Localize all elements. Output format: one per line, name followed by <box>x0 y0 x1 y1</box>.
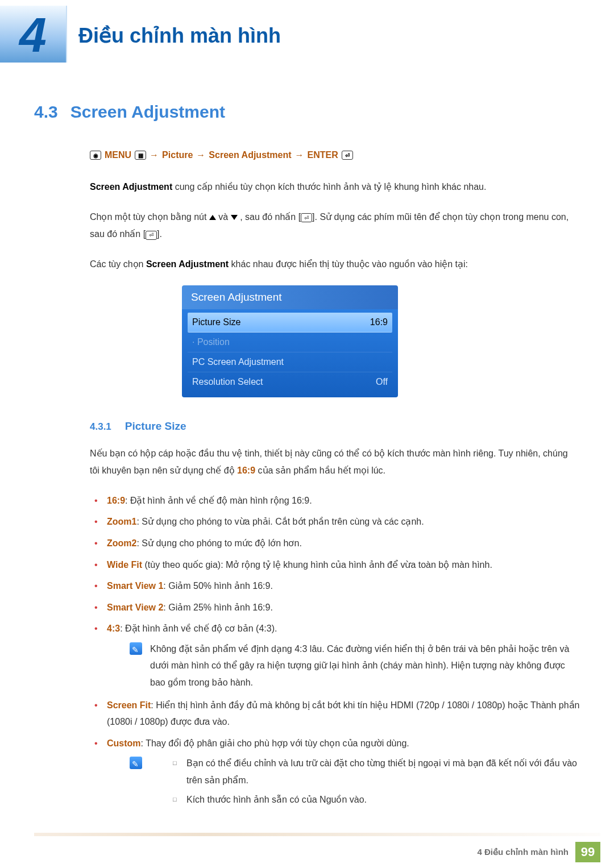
menu-grid-icon: ▦ <box>135 151 146 160</box>
options-list: 16:9: Đặt hình ảnh về chế độ màn hình rộ… <box>90 492 580 811</box>
intro-para-1: Screen Adjustment cung cấp nhiều tùy chọ… <box>90 178 580 196</box>
osd-row-pc-screen-adjustment[interactable]: PC Screen Adjustment <box>188 352 392 372</box>
opt-text: : Thay đổi độ phân giải cho phù hợp với … <box>141 738 409 748</box>
opt-text: : Đặt hình ảnh về chế độ cơ bản (4:3). <box>120 624 277 633</box>
opt-key: 4:3 <box>107 624 120 633</box>
intro-para-2: Chọn một tùy chọn bằng nút và , sau đó n… <box>90 209 580 243</box>
opt-text: : Giảm 25% hình ảnh 16:9. <box>163 603 273 612</box>
osd-panel: Screen Adjustment Picture Size 16:9 · Po… <box>182 285 398 397</box>
ps-intro-b: 16:9 <box>237 466 255 475</box>
subsection-heading: 4.3.1 Picture Size <box>90 420 580 433</box>
footer-divider <box>34 833 600 836</box>
opt-text: : Sử dụng cho phóng to mức độ lớn hơn. <box>136 538 301 548</box>
note-icon <box>130 642 142 655</box>
opt-key: Wide Fit <box>107 560 142 570</box>
opt-text: : Sử dụng cho phóng to vừa phải. Cắt bớt… <box>136 517 424 526</box>
intro-para-3b: Screen Adjustment <box>146 259 229 269</box>
list-item: Zoom2: Sử dụng cho phóng to mức độ lớn h… <box>90 535 580 552</box>
osd-row-resolution-select[interactable]: Resolution Select Off <box>188 372 392 392</box>
subsection-title: Picture Size <box>125 420 186 433</box>
intro-para-2b: và <box>218 212 230 222</box>
nav-menu: MENU <box>105 147 131 164</box>
intro-para-3: Các tùy chọn Screen Adjustment khác nhau… <box>90 256 580 273</box>
opt-text: : Đặt hình ảnh về chế độ màn hình rộng 1… <box>125 496 312 505</box>
footer-chapter-label: 4 Điều chỉnh màn hình <box>477 847 569 857</box>
note-custom: Bạn có thể điều chỉnh và lưu trữ cài đặt… <box>130 755 580 810</box>
arrow-down-icon <box>231 215 238 220</box>
intro-para-2a: Chọn một tùy chọn bằng nút <box>90 212 209 222</box>
osd-value: 16:9 <box>370 317 388 327</box>
opt-key: Screen Fit <box>107 700 151 710</box>
list-item: Smart View 2: Giảm 25% hình ảnh 16:9. <box>90 599 580 616</box>
osd-body: Picture Size 16:9 · Position PC Screen A… <box>182 309 398 397</box>
note-43-text: Không đặt sản phẩm về định dạng 4:3 lâu.… <box>150 641 580 691</box>
list-item: Custom: Thay đổi độ phân giải cho phù hợ… <box>90 735 580 810</box>
nav-enter: ENTER <box>308 147 338 164</box>
osd-label: PC Screen Adjustment <box>192 357 284 367</box>
intro-para-2c: , sau đó nhấn [ <box>240 212 301 222</box>
picture-size-intro: Nếu bạn có hộp cáp hoặc đầu thu vệ tinh,… <box>90 445 580 480</box>
osd-row-picture-size[interactable]: Picture Size 16:9 <box>188 313 392 333</box>
opt-key: Smart View 2 <box>107 603 163 612</box>
list-item: Wide Fit (tùy theo quốc gia): Mở rộng tỷ… <box>90 556 580 574</box>
note-icon <box>130 757 142 769</box>
section-title: Screen Adjustment <box>70 102 225 122</box>
nav-picture: Picture <box>162 147 193 164</box>
opt-key: Smart View 1 <box>107 581 163 591</box>
osd-row-position[interactable]: · Position <box>188 333 392 352</box>
remote-icon: ◉ <box>90 151 101 160</box>
intro-para-1-strong: Screen Adjustment <box>90 182 172 192</box>
opt-key: 16:9 <box>107 496 125 505</box>
enter-icon: ⏎ <box>301 213 312 222</box>
enter-icon: ⏎ <box>146 231 157 240</box>
section-number: 4.3 <box>34 102 58 122</box>
nav-arrow: → <box>295 147 304 164</box>
intro-para-3a: Các tùy chọn <box>90 259 146 269</box>
osd-label: Resolution Select <box>192 377 263 387</box>
page-number: 99 <box>575 842 600 862</box>
note-43: Không đặt sản phẩm về định dạng 4:3 lâu.… <box>130 641 580 691</box>
chapter-number-block: 4 <box>0 6 67 63</box>
list-item: 16:9: Đặt hình ảnh về chế độ màn hình rộ… <box>90 492 580 509</box>
list-item: Bạn có thể điều chỉnh và lưu trữ cài đặt… <box>173 755 580 788</box>
opt-key: Zoom2 <box>107 538 136 548</box>
osd-label: · Position <box>192 337 230 347</box>
subsection-number: 4.3.1 <box>90 421 111 433</box>
arrow-up-icon <box>209 215 216 220</box>
osd-title: Screen Adjustment <box>182 285 398 309</box>
chapter-number: 4 <box>19 10 47 59</box>
list-item: Screen Fit: Hiển thị hình ảnh đầy đủ mà … <box>90 697 580 730</box>
nav-screen-adjustment: Screen Adjustment <box>209 147 291 164</box>
list-item: Zoom1: Sử dụng cho phóng to vừa phải. Cắ… <box>90 513 580 530</box>
nav-arrow: → <box>150 147 159 164</box>
opt-key: Custom <box>107 738 141 748</box>
list-item: Smart View 1: Giảm 50% hình ảnh 16:9. <box>90 578 580 595</box>
intro-para-3c: khác nhau được hiển thị tùy thuộc vào ng… <box>229 259 468 269</box>
osd-value: Off <box>376 377 388 387</box>
enter-icon: ⏎ <box>342 151 353 160</box>
opt-text: : Hiển thị hình ảnh đầy đủ mà không bị c… <box>107 700 579 727</box>
list-item: 4:3: Đặt hình ảnh về chế độ cơ bản (4:3)… <box>90 620 580 691</box>
opt-key: Zoom1 <box>107 517 136 526</box>
list-item: Kích thước hình ảnh sẵn có của Nguồn vào… <box>173 791 580 808</box>
section-heading: 4.3 Screen Adjustment <box>34 102 580 122</box>
page-footer: 4 Điều chỉnh màn hình 99 <box>0 833 614 862</box>
intro-para-2e: ]. <box>157 229 162 239</box>
nav-arrow: → <box>196 147 205 164</box>
chapter-header: 4 Điều chỉnh màn hình <box>0 0 614 63</box>
osd-label: Picture Size <box>192 317 240 327</box>
ps-intro-c: của sản phẩm hầu hết mọi lúc. <box>255 466 385 475</box>
menu-path: ◉ MENU ▦ → Picture → Screen Adjustment →… <box>90 147 580 164</box>
opt-text: (tùy theo quốc gia): Mở rộng tỷ lệ khung… <box>142 560 492 570</box>
intro-para-1-rest: cung cấp nhiều tùy chọn kích thước hình … <box>172 182 486 192</box>
chapter-title: Điều chỉnh màn hình <box>78 24 281 48</box>
note-custom-list: Bạn có thể điều chỉnh và lưu trữ cài đặt… <box>173 755 580 810</box>
opt-text: : Giảm 50% hình ảnh 16:9. <box>163 581 273 591</box>
